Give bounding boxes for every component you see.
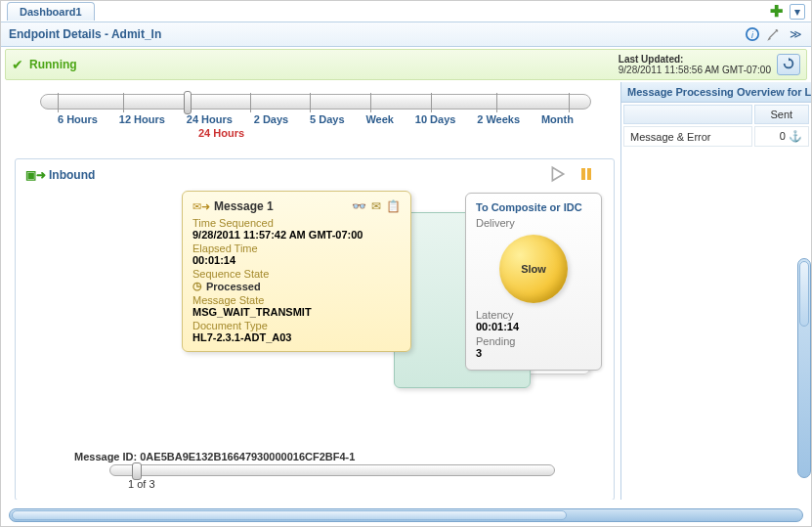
card-scrollbar-thumb[interactable]: [132, 462, 142, 480]
range-24h[interactable]: 24 Hours: [187, 113, 233, 125]
time-range-slider[interactable]: 6 Hours 12 Hours 24 Hours 2 Days 5 Days …: [40, 94, 591, 139]
play-button[interactable]: [549, 165, 567, 185]
elapsed-time-value: 00:01:14: [192, 254, 401, 266]
vertical-scrollbar-thumb[interactable]: [799, 261, 809, 327]
card-scrollbar[interactable]: [109, 464, 555, 476]
status-bar: ✔ Running Last Updated: 9/28/2011 11:58:…: [5, 49, 807, 80]
message-id-label: Message ID:: [74, 451, 140, 462]
sub-header: Endpoint Details - Admit_In i ≫: [1, 22, 811, 47]
info-icon[interactable]: i: [745, 26, 760, 42]
last-updated-value: 9/28/2011 11:58:56 AM GMT-07:00: [619, 65, 771, 75]
range-month[interactable]: Month: [541, 113, 574, 125]
pending-label: Pending: [476, 335, 591, 347]
overview-col-sent: Sent: [754, 105, 809, 124]
svg-rect-2: [581, 168, 585, 180]
selected-range-label: 24 Hours: [198, 127, 591, 139]
link-icon[interactable]: ⚓: [789, 130, 802, 142]
message-state-value: MSG_WAIT_TRANSMIT: [192, 306, 401, 318]
tab-menu-icon[interactable]: ▾: [790, 4, 805, 20]
copy-icon[interactable]: 📋: [386, 199, 401, 213]
time-range-labels: 6 Hours 12 Hours 24 Hours 2 Days 5 Days …: [58, 113, 574, 125]
range-10d[interactable]: 10 Days: [415, 113, 456, 125]
delivery-section-label: Delivery: [476, 217, 591, 229]
delivery-card: To Composite or IDC Delivery Slow Latenc…: [465, 193, 602, 371]
doc-type-label: Document Type: [192, 320, 401, 331]
table-row[interactable]: Message & Error 0 ⚓: [623, 126, 809, 147]
status-text: Running: [29, 58, 77, 71]
svg-rect-3: [587, 168, 591, 180]
overview-panel: Message Processing Overview for Las Sent…: [620, 82, 811, 500]
elapsed-time-label: Elapsed Time: [192, 242, 401, 254]
delivery-gauge: Slow: [499, 235, 568, 303]
pending-value: 3: [476, 347, 591, 359]
range-6h[interactable]: 6 Hours: [58, 113, 98, 125]
message-card-1[interactable]: ✉➜ Message 1 👓 ✉ 📋 Time Sequenced 9/28/2…: [182, 191, 411, 352]
range-2d[interactable]: 2 Days: [254, 113, 288, 125]
overview-table: Sent Message & Error 0 ⚓: [621, 103, 811, 149]
vertical-scrollbar[interactable]: [797, 258, 811, 478]
page-title: Endpoint Details - Admit_In: [9, 27, 161, 41]
dashboard-tab[interactable]: Dashboard1: [7, 2, 95, 21]
add-tab-icon[interactable]: ✚: [768, 4, 784, 20]
overview-title: Message Processing Overview for Las: [621, 82, 811, 103]
pause-button[interactable]: [578, 165, 594, 185]
dashboard-tab-label: Dashboard1: [20, 6, 82, 18]
inbound-icon: ▣➜: [25, 168, 46, 182]
overview-row-sent: 0: [780, 130, 786, 142]
collapse-icon[interactable]: ≫: [788, 26, 803, 42]
sequence-state-value: Processed: [206, 281, 261, 292]
glasses-icon[interactable]: 👓: [352, 199, 366, 213]
settings-icon[interactable]: [766, 26, 782, 42]
inbound-title: Inbound: [49, 168, 95, 182]
message-state-label: Message State: [192, 294, 401, 306]
clock-icon: ◷: [192, 280, 202, 292]
horizontal-scrollbar[interactable]: [9, 508, 803, 522]
tab-bar: Dashboard1 ✚ ▾: [1, 1, 811, 22]
horizontal-scrollbar-thumb[interactable]: [12, 510, 567, 520]
envelope-icon[interactable]: ✉: [371, 199, 381, 213]
last-updated-label: Last Updated:: [619, 54, 771, 65]
latency-label: Latency: [476, 309, 591, 321]
pager-text: 1 of 3: [128, 478, 614, 490]
range-2w[interactable]: 2 Weeks: [477, 113, 520, 125]
message-card-title: Message 1: [214, 199, 274, 213]
range-12h[interactable]: 12 Hours: [119, 113, 165, 125]
time-slider-thumb[interactable]: [184, 91, 192, 114]
message-icon: ✉➜: [192, 200, 210, 213]
time-sequenced-value: 9/28/2011 11:57:42 AM GMT-07:00: [192, 229, 401, 241]
gauge-text: Slow: [521, 263, 546, 275]
time-sequenced-label: Time Sequenced: [192, 217, 401, 229]
latency-value: 00:01:14: [476, 321, 591, 332]
message-id-value: 0AE5BA9E132B16647930000016CF2BF4-1: [140, 451, 355, 462]
overview-row-label: Message & Error: [623, 126, 752, 147]
doc-type-value: HL7-2.3.1-ADT_A03: [192, 331, 401, 343]
refresh-button[interactable]: [777, 54, 800, 75]
range-5d[interactable]: 5 Days: [310, 113, 344, 125]
running-check-icon: ✔: [12, 57, 23, 72]
sequence-state-label: Sequence State: [192, 268, 401, 280]
range-week[interactable]: Week: [365, 113, 394, 125]
svg-text:i: i: [751, 30, 754, 40]
inbound-panel: ▣➜ Inbound: [15, 158, 615, 500]
delivery-title: To Composite or IDC: [476, 201, 591, 213]
